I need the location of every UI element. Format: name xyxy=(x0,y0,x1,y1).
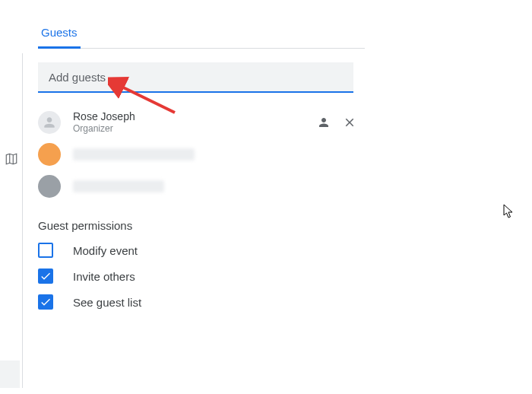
checkbox-checked-icon xyxy=(38,268,53,284)
checkbox-checked-icon xyxy=(38,294,53,310)
guest-actions xyxy=(316,115,357,130)
perm-invite-others[interactable]: Invite others xyxy=(38,268,365,284)
map-icon[interactable] xyxy=(5,152,18,166)
perm-label: Invite others xyxy=(73,270,135,283)
guest-info-redacted xyxy=(73,148,365,160)
remove-guest-icon[interactable] xyxy=(342,115,357,130)
cursor-icon xyxy=(503,204,515,219)
left-rail-footer xyxy=(0,361,20,388)
avatar xyxy=(38,175,61,198)
avatar xyxy=(38,143,61,166)
guest-row xyxy=(38,170,365,202)
avatar xyxy=(38,111,61,134)
permissions-title: Guest permissions xyxy=(38,219,365,232)
tab-guests[interactable]: Guests xyxy=(38,21,81,49)
tab-bar: Guests xyxy=(38,21,365,49)
left-rail xyxy=(0,53,23,388)
guest-row-organizer: Rose Joseph Organizer xyxy=(38,106,365,138)
perm-label: Modify event xyxy=(73,244,138,257)
guest-info-redacted xyxy=(73,180,365,192)
perm-modify-event[interactable]: Modify event xyxy=(38,243,365,258)
mark-optional-icon[interactable] xyxy=(316,115,331,130)
guests-panel: Guests Rose Joseph Organizer xyxy=(38,21,365,320)
guest-permissions: Guest permissions Modify event Invite ot… xyxy=(38,219,365,310)
perm-label: See guest list xyxy=(73,296,141,309)
guest-list: Rose Joseph Organizer xyxy=(38,106,365,202)
add-guests-input[interactable] xyxy=(38,62,353,93)
checkbox-unchecked-icon xyxy=(38,243,53,258)
guest-row xyxy=(38,138,365,170)
perm-see-guest-list[interactable]: See guest list xyxy=(38,294,365,310)
